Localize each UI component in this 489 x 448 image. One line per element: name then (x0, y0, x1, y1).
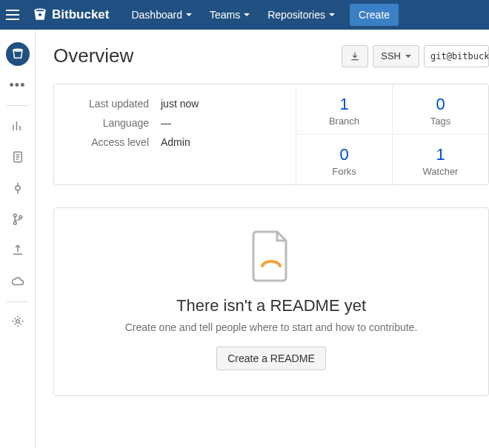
stat-forks-count: 0 (296, 145, 392, 164)
svg-point-4 (16, 186, 20, 190)
branch-icon (11, 213, 24, 226)
cloud-icon (11, 275, 24, 288)
stat-forks-label: Forks (296, 166, 392, 177)
nav-repositories[interactable]: Repositories (259, 0, 344, 30)
stat-branch-label: Branch (296, 116, 392, 127)
sidebar-settings[interactable] (6, 310, 30, 333)
clone-url-field[interactable]: git@bitbuck (424, 45, 489, 67)
protocol-label: SSH (381, 50, 401, 61)
download-icon (350, 51, 360, 61)
file-icon (11, 150, 24, 164)
bar-chart-icon (11, 119, 24, 133)
clone-url-text: git@bitbuck (430, 51, 489, 61)
nav-teams-label: Teams (210, 9, 240, 21)
sidebar-share[interactable] (6, 238, 30, 262)
stat-tags-label: Tags (393, 116, 488, 127)
sidebar: ••• (0, 30, 36, 448)
svg-point-8 (16, 320, 19, 324)
meta-value-access: Admin (161, 136, 190, 148)
menu-icon[interactable] (6, 6, 24, 24)
top-nav: Bitbucket Dashboard Teams Repositories C… (0, 0, 489, 30)
stat-forks[interactable]: 0 Forks (296, 134, 392, 184)
create-button[interactable]: Create (350, 4, 399, 26)
meta-value-updated: just now (161, 98, 199, 110)
caret-down-icon (186, 13, 192, 16)
caret-down-icon (244, 13, 250, 16)
svg-point-0 (35, 9, 44, 12)
sidebar-branches[interactable] (6, 207, 30, 231)
sidebar-stats[interactable] (6, 114, 30, 138)
download-button[interactable] (342, 45, 368, 67)
divider (7, 105, 29, 106)
brand-text: Bitbucket (52, 7, 109, 22)
stat-watcher-count: 1 (393, 145, 488, 164)
meta-label-access: Access level (72, 136, 161, 148)
readme-card: There isn't a README yet Create one and … (53, 207, 489, 396)
more-icon[interactable]: ••• (6, 73, 30, 97)
upload-icon (11, 244, 24, 257)
meta-label-updated: Last updated (72, 98, 161, 110)
bucket-icon (11, 47, 24, 61)
svg-point-6 (13, 221, 16, 224)
protocol-dropdown[interactable]: SSH (373, 45, 419, 67)
meta-label-language: Language (72, 117, 161, 129)
meta-value-language: — (161, 117, 171, 129)
sidebar-source[interactable] (6, 145, 30, 169)
readme-title: There isn't a README yet (69, 296, 473, 315)
page-title: Overview (53, 44, 337, 67)
commit-icon (11, 181, 24, 195)
stat-watcher[interactable]: 1 Watcher (392, 134, 488, 184)
stat-branch-count: 1 (296, 95, 392, 114)
svg-point-1 (39, 13, 41, 16)
overview-card: Last updated just now Language — Access … (53, 84, 489, 185)
sidebar-downloads[interactable] (6, 270, 30, 293)
stat-branch[interactable]: 1 Branch (296, 84, 392, 134)
svg-point-5 (13, 214, 16, 217)
create-readme-button[interactable]: Create a README (216, 347, 325, 370)
nav-repositories-label: Repositories (267, 9, 325, 21)
repo-avatar[interactable] (6, 42, 30, 66)
stat-tags[interactable]: 0 Tags (392, 84, 488, 134)
main-content: Overview SSH git@bitbuck Last updated ju… (36, 30, 489, 448)
meta-section: Last updated just now Language — Access … (54, 84, 296, 184)
nav-teams[interactable]: Teams (201, 0, 259, 30)
caret-down-icon (329, 13, 335, 16)
nav-dashboard[interactable]: Dashboard (122, 0, 201, 30)
bucket-icon (33, 7, 47, 22)
sidebar-commits[interactable] (6, 176, 30, 200)
brand-logo[interactable]: Bitbucket (33, 7, 109, 22)
nav-dashboard-label: Dashboard (131, 9, 182, 21)
readme-subtitle: Create one and tell people where to star… (69, 321, 473, 333)
gear-icon (11, 315, 24, 328)
caret-down-icon (405, 55, 411, 58)
svg-point-7 (19, 215, 21, 218)
stats-grid: 1 Branch 0 Tags 0 Forks 1 Watcher (296, 84, 488, 184)
stat-watcher-label: Watcher (393, 166, 488, 177)
empty-file-icon (250, 230, 292, 282)
stat-tags-count: 0 (393, 95, 488, 114)
divider (7, 301, 29, 302)
